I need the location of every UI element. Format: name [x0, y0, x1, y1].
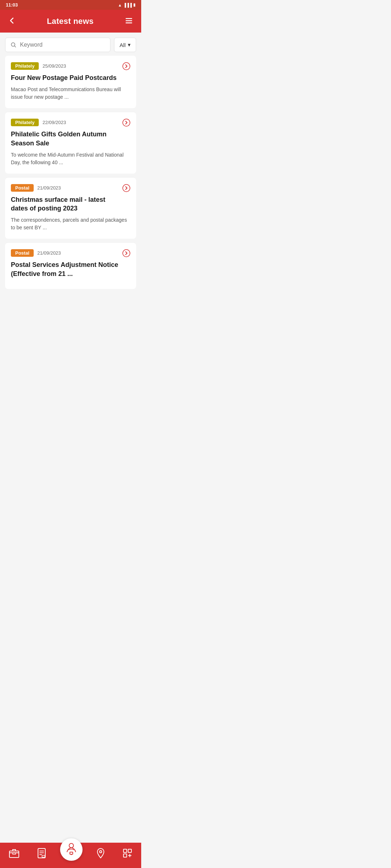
news-excerpt: The correspondences, parcels and postal …: [11, 216, 130, 231]
svg-point-6: [123, 119, 130, 126]
search-box: [5, 38, 110, 52]
news-card[interactable]: Postal 21/09/2023 Christmas surface mail…: [5, 177, 136, 239]
svg-point-5: [123, 63, 130, 70]
search-input[interactable]: [20, 42, 105, 48]
arrow-icon: [122, 249, 130, 259]
news-title: Philatelic Gifts Golden Autumn Season Sa…: [11, 130, 130, 148]
news-excerpt: To welcome the Mid-Autumn Festival and N…: [11, 151, 130, 166]
arrow-icon: [122, 184, 130, 194]
card-meta: Philately 22/09/2023: [11, 119, 130, 126]
news-date: 25/09/2023: [42, 63, 66, 69]
wifi-icon: ▲: [118, 3, 122, 7]
news-tag: Postal: [11, 249, 34, 257]
svg-point-8: [123, 250, 130, 257]
card-meta: Philately 25/09/2023: [11, 62, 130, 70]
filter-button[interactable]: All ▾: [114, 38, 136, 52]
menu-button[interactable]: [123, 15, 135, 27]
svg-point-3: [11, 43, 15, 46]
news-date: 22/09/2023: [42, 120, 66, 125]
news-excerpt: Macao Post and Telecommunications Bureau…: [11, 86, 130, 101]
signal-icon: ▐▐▐: [123, 3, 132, 7]
back-button[interactable]: [7, 15, 17, 27]
svg-rect-0: [126, 18, 132, 19]
status-bar: 11:03 ▲ ▐▐▐ ▮: [0, 0, 141, 10]
news-date: 21/09/2023: [37, 250, 61, 256]
svg-rect-2: [126, 22, 132, 24]
news-tag: Philately: [11, 119, 39, 126]
status-time: 11:03: [6, 2, 18, 8]
news-card[interactable]: Postal 21/09/2023 Postal Services Adjust…: [5, 242, 136, 289]
card-meta: Postal 21/09/2023: [11, 249, 130, 257]
search-icon: [10, 42, 16, 48]
header: Latest news: [0, 10, 141, 33]
news-card[interactable]: Philately 25/09/2023 Four New Postage Pa…: [5, 56, 136, 108]
news-title: Four New Postage Paid Postcards: [11, 73, 130, 82]
status-icons: ▲ ▐▐▐ ▮: [118, 3, 135, 7]
news-date: 21/09/2023: [37, 185, 61, 191]
svg-point-7: [123, 184, 130, 192]
card-meta: Postal 21/09/2023: [11, 184, 130, 192]
news-title: Postal Services Adjustment Notice (Effec…: [11, 260, 130, 278]
news-title: Christmas surface mail - latest dates of…: [11, 195, 130, 213]
svg-line-4: [14, 46, 16, 47]
arrow-icon: [122, 119, 130, 128]
page-title: Latest news: [47, 17, 93, 26]
news-tag: Postal: [11, 184, 34, 192]
arrow-icon: [122, 62, 130, 72]
svg-rect-1: [126, 20, 132, 21]
filter-label: All: [119, 42, 126, 48]
news-list: Philately 25/09/2023 Four New Postage Pa…: [0, 56, 141, 329]
chevron-down-icon: ▾: [128, 42, 131, 48]
search-row: All ▾: [0, 33, 141, 56]
battery-icon: ▮: [133, 3, 135, 7]
news-tag: Philately: [11, 62, 39, 70]
news-card[interactable]: Philately 22/09/2023 Philatelic Gifts Go…: [5, 112, 136, 174]
